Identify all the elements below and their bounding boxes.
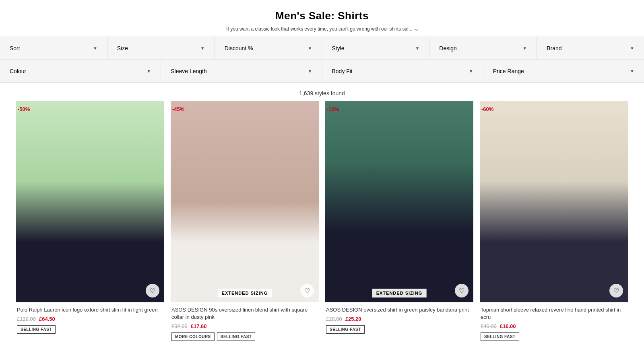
product-image — [16, 101, 164, 302]
chevron-down-icon: ▼ — [93, 46, 97, 51]
product-name: ASOS DESIGN 90s oversized linen blend sh… — [171, 306, 318, 321]
filter-price_range[interactable]: Price Range▼ — [483, 60, 644, 82]
product-info: ASOS DESIGN oversized shirt in green pai… — [325, 302, 473, 335]
product-card: -45% EXTENDED SIZING ♡ ASOS DESIGN 90s o… — [167, 101, 322, 349]
extended-sizing-badge: EXTENDED SIZING — [218, 289, 272, 297]
product-image — [480, 101, 628, 302]
product-card: -10% EXTENDED SIZING ♡ ASOS DESIGN overs… — [322, 101, 477, 349]
sale-price: £16.00 — [500, 323, 516, 329]
product-name: Topman short sleeve relaxed revere lino … — [481, 306, 627, 321]
chevron-down-icon: ▼ — [522, 46, 527, 51]
filter-body_fit[interactable]: Body Fit▼ — [322, 60, 483, 82]
product-info: Polo Ralph Lauren icon logo oxford shirt… — [16, 302, 164, 335]
filter-row-2: Colour▼Sleeve Length▼Body Fit▼Price Rang… — [0, 60, 644, 82]
filter-size[interactable]: Size▼ — [107, 37, 215, 59]
chevron-down-icon: ▼ — [147, 69, 151, 74]
chevron-down-icon: ▼ — [415, 46, 419, 51]
original-price: £40.00 — [481, 323, 497, 329]
subtitle-text: If you want a classic look that works ev… — [226, 26, 412, 32]
product-prices: £28.00 £25.20 — [326, 316, 473, 322]
filter-label-price_range: Price Range — [493, 68, 524, 74]
chevron-down-icon: ▼ — [469, 69, 473, 74]
filter-style[interactable]: Style▼ — [322, 37, 429, 59]
filter-label-size: Size — [117, 45, 128, 51]
filter-sort[interactable]: Sort▼ — [0, 37, 107, 59]
product-badges: SELLING FAST — [17, 325, 163, 334]
extended-sizing-badge: EXTENDED SIZING — [372, 289, 427, 297]
original-price: £28.00 — [326, 316, 342, 322]
wishlist-button[interactable]: ♡ — [146, 284, 159, 297]
filter-brand[interactable]: Brand▼ — [537, 37, 644, 59]
product-image-wrapper[interactable]: -60% ♡ — [480, 101, 628, 302]
filter-label-sleeve_length: Sleeve Length — [171, 68, 207, 74]
product-badge[interactable]: SELLING FAST — [326, 325, 365, 334]
product-name: ASOS DESIGN oversized shirt in green pai… — [326, 306, 473, 314]
product-prices: £40.00 £16.00 — [481, 323, 627, 329]
filter-label-design: Design — [439, 45, 457, 51]
sale-price: £64.50 — [39, 316, 55, 322]
chevron-down-icon: ▼ — [308, 69, 312, 74]
sale-price: £25.20 — [345, 316, 361, 322]
filter-label-style: Style — [332, 45, 344, 51]
chevron-down-icon: ▼ — [200, 46, 205, 51]
filter-label-colour: Colour — [10, 68, 26, 74]
chevron-down-icon: ⌵ — [415, 26, 418, 32]
chevron-down-icon: ▼ — [630, 69, 634, 74]
products-grid: -50% ♡ Polo Ralph Lauren icon logo oxfor… — [0, 101, 644, 349]
product-image-wrapper[interactable]: -10% EXTENDED SIZING ♡ — [325, 101, 473, 302]
discount-badge: -60% — [480, 105, 495, 113]
results-count: 1,639 styles found — [0, 83, 644, 101]
chevron-down-icon: ▼ — [630, 46, 634, 51]
product-name: Polo Ralph Lauren icon logo oxford shirt… — [17, 306, 163, 314]
product-prices: £32.00 £17.60 — [171, 323, 318, 329]
product-badges: SELLING FAST — [326, 325, 473, 334]
sale-price: £17.60 — [191, 323, 207, 329]
original-price: £32.00 — [171, 323, 188, 329]
filter-bar: Sort▼Size▼Discount %▼Style▼Design▼Brand▼… — [0, 37, 644, 83]
product-image-wrapper[interactable]: -45% EXTENDED SIZING ♡ — [171, 101, 319, 302]
discount-badge: -45% — [171, 105, 186, 113]
product-card: -50% ♡ Polo Ralph Lauren icon logo oxfor… — [13, 101, 167, 349]
wishlist-button[interactable]: ♡ — [300, 284, 314, 297]
filter-label-discount: Discount % — [225, 45, 253, 51]
filter-discount[interactable]: Discount %▼ — [215, 37, 322, 59]
product-badge[interactable]: MORE COLOURS — [171, 332, 215, 341]
filter-sleeve_length[interactable]: Sleeve Length▼ — [161, 60, 322, 82]
page-header: Men's Sale: Shirts If you want a classic… — [0, 0, 644, 37]
product-badge[interactable]: SELLING FAST — [217, 332, 256, 341]
product-card: -60% ♡ Topman short sleeve relaxed rever… — [477, 101, 631, 349]
product-badge[interactable]: SELLING FAST — [17, 325, 56, 334]
discount-badge: -10% — [325, 105, 341, 113]
product-badges: MORE COLOURSSELLING FAST — [171, 332, 318, 341]
product-info: Topman short sleeve relaxed revere lino … — [480, 302, 628, 343]
product-info: ASOS DESIGN 90s oversized linen blend sh… — [171, 302, 319, 343]
original-price: £129.00 — [17, 316, 36, 322]
filter-colour[interactable]: Colour▼ — [0, 60, 161, 82]
filter-design[interactable]: Design▼ — [429, 37, 537, 59]
chevron-down-icon: ▼ — [308, 46, 312, 51]
filter-label-body_fit: Body Fit — [332, 68, 353, 74]
product-image — [171, 101, 319, 302]
product-image-wrapper[interactable]: -50% ♡ — [16, 101, 164, 302]
page-subtitle[interactable]: If you want a classic look that works ev… — [0, 26, 644, 32]
page-title: Men's Sale: Shirts — [0, 10, 644, 22]
filter-label-brand: Brand — [547, 45, 561, 51]
discount-badge: -50% — [16, 105, 31, 113]
product-badge[interactable]: SELLING FAST — [481, 332, 519, 341]
filter-label-sort: Sort — [10, 45, 20, 51]
product-image — [325, 101, 473, 302]
product-badges: SELLING FAST — [481, 332, 627, 341]
wishlist-button[interactable]: ♡ — [455, 284, 469, 297]
product-prices: £129.00 £64.50 — [17, 316, 163, 322]
wishlist-button[interactable]: ♡ — [609, 284, 623, 297]
filter-row-1: Sort▼Size▼Discount %▼Style▼Design▼Brand▼ — [0, 37, 644, 60]
